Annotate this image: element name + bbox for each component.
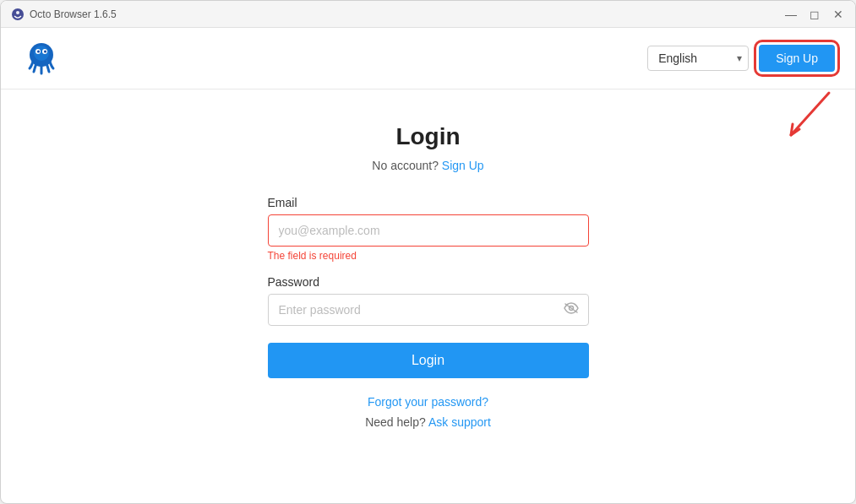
no-account-signup-link[interactable]: Sign Up [442,159,484,172]
title-bar: Octo Browser 1.6.5 — ◻ ✕ [1,1,855,28]
login-form: Email The field is required Password [268,196,589,378]
svg-point-1 [16,11,19,14]
eye-icon[interactable] [564,302,579,317]
no-account-text: No account? Sign Up [372,159,483,172]
forgot-password-link[interactable]: Forgot your password? [368,395,488,409]
logo-icon [21,38,62,79]
svg-point-6 [37,51,40,53]
forgot-password-container: Forgot your password? [368,395,488,409]
password-label: Password [268,275,589,289]
header: English Russian Chinese Spanish ▾ Sign U… [1,28,855,89]
need-help-container: Need help? Ask support [365,415,491,429]
title-bar-controls: — ◻ ✕ [784,8,845,21]
header-right: English Russian Chinese Spanish ▾ Sign U… [647,45,835,72]
signup-btn-container: Sign Up [759,45,835,72]
app-window: Octo Browser 1.6.5 — ◻ ✕ [0,0,856,504]
minimize-button[interactable]: — [784,8,798,21]
app-icon [11,8,25,21]
password-group: Password [268,275,589,326]
language-select-wrapper[interactable]: English Russian Chinese Spanish ▾ [647,46,749,71]
main-content: Login No account? Sign Up Email The fiel… [1,89,855,503]
svg-point-3 [34,46,49,61]
ask-support-link[interactable]: Ask support [428,415,491,429]
title-bar-left: Octo Browser 1.6.5 [11,8,117,21]
maximize-button[interactable]: ◻ [808,8,821,21]
logo-area [21,38,62,79]
language-select[interactable]: English Russian Chinese Spanish [647,46,749,71]
page-title: Login [395,123,460,150]
email-group: Email The field is required [268,196,589,262]
sign-up-button[interactable]: Sign Up [759,45,835,72]
app-title: Octo Browser 1.6.5 [30,8,117,20]
close-button[interactable]: ✕ [831,8,845,21]
email-error: The field is required [268,250,589,262]
email-label: Email [268,196,589,209]
svg-point-7 [44,51,46,53]
password-input[interactable] [268,294,589,326]
login-button[interactable]: Login [268,343,589,378]
password-wrapper [268,294,589,326]
email-input[interactable] [268,214,589,247]
